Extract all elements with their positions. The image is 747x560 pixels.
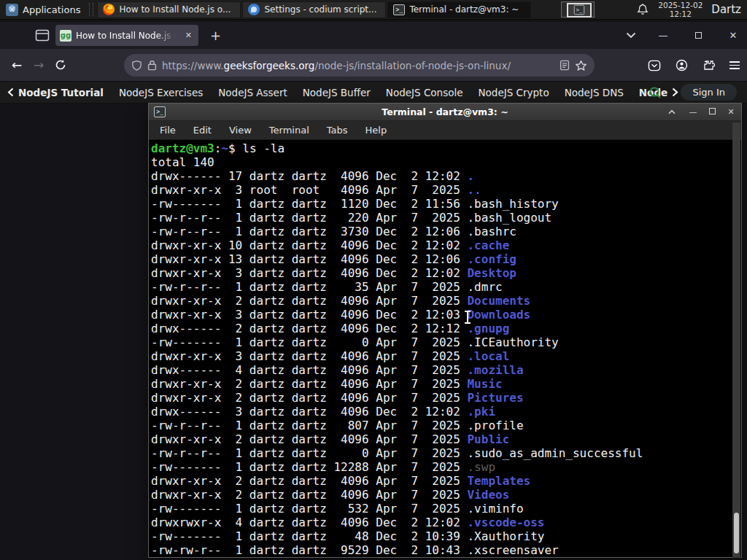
menu-terminal[interactable]: Terminal [269,125,309,136]
ls-entry-name: .gnupg [467,322,509,335]
account-icon[interactable] [676,59,688,71]
list-all-tabs-button[interactable] [626,32,636,39]
terminal-scrollbar[interactable] [732,122,740,558]
terminal-output-line: drwxr-xr-x 2 dartz dartz 4096 Apr 7 2025… [151,474,731,488]
terminal-output-line: drwx------ 4 dartz dartz 4096 Apr 7 2025… [151,363,731,377]
menu-edit[interactable]: Edit [193,125,212,136]
terminal-close-button[interactable]: ✕ [725,107,737,117]
ls-entry-meta: drwx------ 3 dartz dartz 4096 Dec 2 12:0… [151,405,467,419]
terminal-output-line: drwxr-xr-x 3 dartz dartz 4096 Dec 2 12:0… [151,308,731,322]
terminal-prompt-line: dartz@vm3:~$ ls -la [151,141,731,155]
terminal-minimize-button[interactable]: — [687,107,699,117]
search-icon[interactable] [649,86,662,99]
ls-entry-meta: drwxr-xr-x 2 dartz dartz 4096 Apr 7 2025 [151,474,467,488]
ls-entry-meta: -rw------- 1 dartz dartz 1120 Dec 2 11:5… [151,197,467,211]
ls-entry-name: Desktop [467,266,516,280]
ls-entry-meta: drwxr-xr-x 3 dartz dartz 4096 Dec 2 12:0… [151,266,467,280]
ls-entry-name: Templates [467,474,530,488]
terminal-screen[interactable]: dartz@vm3:~$ ls -la total 140 drwx------… [149,140,741,557]
menu-hamburger-icon[interactable] [729,59,740,71]
taskbar-window-label: Settings - codium script... [264,4,376,15]
nav-link[interactable]: NodeJS Assert [218,87,287,98]
ls-entry-name: .swp [467,460,495,474]
terminal-output-line: -rw------- 1 dartz dartz 532 Apr 7 2025 … [151,502,731,516]
ls-entry-name: .Xauthority [467,529,544,543]
notification-bell-icon[interactable] [636,3,649,16]
ls-entry-name: .viminfo [467,502,523,516]
ls-entry-meta: -rw------- 1 dartz dartz 48 Dec 2 10:39 [151,529,467,543]
ls-entry-meta: drwxr-xr-x 2 dartz dartz 4096 Apr 7 2025 [151,391,467,405]
ls-entry-meta: drwxr-xr-x 3 dartz dartz 4096 Dec 2 12:0… [151,308,467,322]
ls-entry-name: .profile [467,419,523,432]
panel-clock[interactable]: 2025-12-02 12:12 [658,1,703,18]
menu-file[interactable]: File [160,125,176,136]
back-button[interactable]: ← [6,54,28,76]
clock-time: 12:12 [658,9,703,18]
taskbar-window-terminal[interactable]: >_ Terminal - dartz@vm3: ~ [387,1,531,18]
menu-tabs[interactable]: Tabs [327,125,348,136]
terminal-shade-button[interactable] [668,109,680,114]
ls-entry-name: Pictures [467,391,523,405]
nav-link[interactable]: NodeJS Buffer [303,87,371,98]
nav-link-tutorial[interactable]: NodeJS Tutorial [7,87,104,98]
terminal-maximize-button[interactable] [706,107,718,117]
nav-link[interactable]: NodeJS Exercises [119,87,203,98]
ls-entry-meta: drwx------ 2 dartz dartz 4096 Dec 2 12:1… [151,322,467,335]
terminal-output-line: drwxr-xr-x 10 dartz dartz 4096 Dec 2 12:… [151,238,731,252]
terminal-output-line: drwxr-xr-x 2 dartz dartz 4096 Apr 7 2025… [151,432,731,446]
firefox-view-button[interactable] [32,26,53,45]
terminal-output-line: drwxr-xr-x 2 dartz dartz 4096 Apr 7 2025… [151,488,731,502]
browser-maximize-button[interactable] [690,30,706,41]
browser-minimize-button[interactable]: — [655,30,671,41]
nav-link[interactable]: NodeJS Console [386,87,463,98]
terminal-output-line: -rw-r--r-- 1 dartz dartz 0 Apr 7 2025 .s… [151,446,731,460]
sign-in-button[interactable]: Sign In [681,84,737,101]
ls-output: drwx------ 17 dartz dartz 4096 Dec 2 12:… [151,169,731,557]
nav-link[interactable]: NodeJS DNS [565,87,624,98]
url-bar[interactable]: https://www.geeksforgeeks.org/node-js/in… [124,54,595,77]
extensions-puzzle-icon[interactable] [703,59,715,71]
ls-entry-meta: drwx------ 17 dartz dartz 4096 Dec 2 12:… [151,169,467,183]
taskbar-window-vscodium[interactable]: Settings - codium script... [242,1,386,18]
ls-entry-meta: -rw-r--r-- 1 dartz dartz 3730 Dec 2 12:0… [151,225,467,238]
lock-icon[interactable] [147,60,157,71]
reader-mode-icon[interactable] [560,60,570,71]
ls-entry-meta: -rw-r--r-- 1 dartz dartz 35 Apr 7 2025 [151,280,467,294]
applications-icon [6,4,18,16]
terminal-output-line: drwx------ 3 dartz dartz 4096 Dec 2 12:0… [151,405,731,419]
panel-handle [89,3,93,16]
tab-close-button[interactable]: ✕ [183,29,194,42]
terminal-output-line: total 140 [151,155,731,169]
terminal-output-line: -rw------- 1 dartz dartz 48 Dec 2 10:39 … [151,529,731,543]
terminal-titlebar[interactable]: >_ Terminal - dartz@vm3: ~ — ✕ [149,104,741,121]
prompt-userhost: dartz@vm3 [151,141,214,155]
pocket-save-icon[interactable] [648,60,661,71]
applications-menu-button[interactable]: Applications [0,0,86,20]
reload-button[interactable] [50,54,71,76]
ls-entry-name: .mozilla [467,363,523,377]
browser-close-button[interactable]: ✕ [725,30,741,41]
workspace-pager[interactable]: >_ [557,1,605,19]
terminal-window: >_ Terminal - dartz@vm3: ~ — ✕ File Edit… [148,103,742,558]
ls-entry-name: .vscode-oss [467,516,544,529]
prompt-path: ~ [221,141,228,155]
terminal-icon: >_ [393,4,405,15]
panel-username[interactable]: Dartz [711,3,743,16]
shield-icon[interactable] [131,60,142,71]
bookmark-star-icon[interactable] [575,60,587,71]
ls-entry-meta: -rw------- 1 dartz dartz 532 Apr 7 2025 [151,502,467,516]
menu-help[interactable]: Help [365,125,387,136]
url-text[interactable]: https://www.geeksforgeeks.org/node-js/in… [162,60,554,71]
forward-button[interactable]: → [28,54,50,76]
menu-view[interactable]: View [229,125,252,136]
ls-entry-meta: -rw------- 1 dartz dartz 0 Apr 7 2025 [151,335,467,349]
terminal-output-line: drwxr-xr-x 13 dartz dartz 4096 Dec 2 12:… [151,252,731,266]
browser-tab-bar: gg How to Install Node.js on ✕ + — ✕ [0,22,747,49]
taskbar-window-label: How to Install Node.js o... [119,4,231,15]
nav-link[interactable]: NodeJS Crypto [479,87,549,98]
new-tab-button[interactable]: + [204,28,227,43]
taskbar-window-firefox[interactable]: How to Install Node.js o... [97,1,241,18]
browser-tab-active[interactable]: gg How to Install Node.js on ✕ [55,25,198,46]
ls-entry-name: .bash_logout [467,211,551,225]
scrollbar-thumb[interactable] [734,513,739,553]
